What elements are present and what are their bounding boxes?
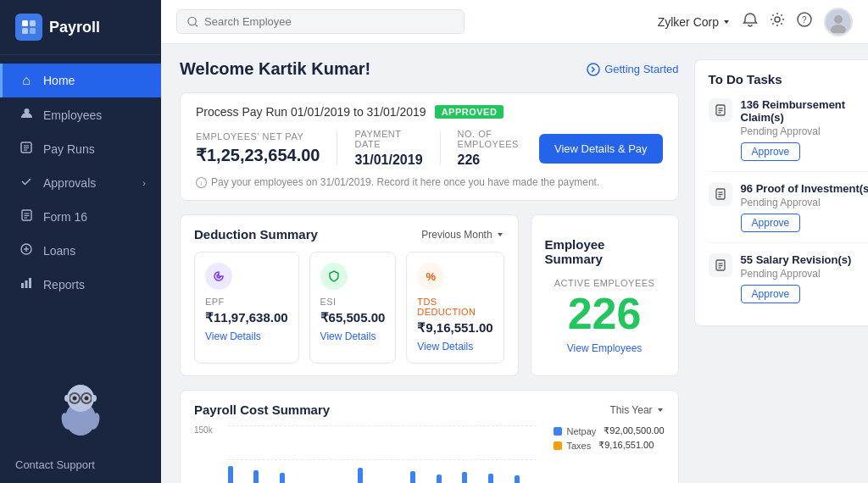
view-employees-link[interactable]: View Employees [567,342,643,354]
avatar[interactable] [824,8,853,36]
investment-icon [709,182,732,206]
deduction-item-tds: % TDS DEDUCTION ₹9,16,551.00 View Detail… [406,252,504,364]
reports-icon [18,277,35,292]
deduction-item-epf: EPF ₹11,97,638.00 View Details [194,252,299,364]
chart-gridline-mid [228,459,537,460]
tds-view-details[interactable]: View Details [417,341,492,353]
epf-name: EPF [205,297,288,307]
approve-salary-button[interactable]: Approve [741,285,801,303]
bar-group-9 [462,472,485,483]
company-selector[interactable]: Zylker Corp [658,15,731,29]
esi-name: ESI [320,297,386,307]
welcome-row: Welcome Kartik Kumar! Getting Started [180,59,679,79]
this-year-chevron-icon [656,406,665,414]
payruns-icon [18,142,35,157]
getting-started-link[interactable]: Getting Started [587,63,678,76]
bar-group-5 [358,468,381,483]
chart-y-labels: 150k 100k [194,425,220,483]
chart-legend: Netpay ₹92,00,500.00 Taxes ₹9,16,551.00 [554,425,664,451]
todo-title: To Do Tasks [709,72,868,86]
employees-icon [18,107,35,123]
bar-netpay-9 [462,472,467,483]
svg-point-36 [834,15,843,24]
svg-rect-17 [25,280,28,288]
search-box[interactable] [176,9,465,34]
deduction-item-esi: ESI ₹65,505.00 View Details [309,252,397,364]
sidebar-item-home[interactable]: ⌂ Home [0,64,161,97]
sidebar-logo: Payroll [0,0,161,55]
search-input[interactable] [204,15,453,28]
form16-icon [18,209,35,225]
active-employees-count: 226 [568,291,642,336]
legend-taxes: Taxes ₹9,16,551.00 [554,440,664,451]
sidebar-item-payruns-label: Pay Runs [43,142,95,156]
getting-started-icon [587,63,600,76]
payrun-badge: APPROVED [435,105,504,119]
epf-view-details[interactable]: View Details [205,330,288,342]
payrun-note: i Pay your employees on 31/01/2019. Reco… [196,176,663,188]
esi-view-details[interactable]: View Details [320,330,386,342]
employee-summary-title: Employee Summary [545,237,665,266]
legend-netpay-value: ₹92,00,500.00 [604,425,664,436]
prev-month-chevron-icon [496,230,504,239]
payrun-divider-2 [440,131,441,165]
deduction-title: Deduction Summary [194,227,318,242]
notification-icon[interactable] [743,12,758,31]
help-icon[interactable]: ? [797,12,812,31]
svg-rect-2 [22,28,28,34]
payrun-net-pay-col: EMPLOYEES' NET PAY ₹1,25,23,654.00 [196,131,320,165]
employee-summary-card: Employee Summary ACTIVE EMPLOYEES 226 Vi… [531,214,679,376]
svg-rect-1 [30,20,36,26]
payrun-employees-value: 226 [458,153,519,168]
payrun-employees-col: NO. OF EMPLOYEES 226 [458,129,519,168]
bar-group-8 [437,475,459,484]
bar-group-10 [488,474,511,484]
payrun-header: Process Pay Run 01/01/2019 to 31/01/2019… [196,105,663,119]
sidebar-item-reports[interactable]: Reports [0,268,161,302]
sidebar-item-loans[interactable]: Loans [0,234,161,268]
todo-text-reimbursement: 136 Reimbursement Claim(s) Pending Appro… [741,98,868,161]
info-icon: i [196,177,207,188]
svg-point-24 [64,395,70,402]
legend-netpay-label: Netpay [566,426,596,436]
payrun-details: EMPLOYEES' NET PAY ₹1,25,23,654.00 PAYME… [196,129,663,168]
sidebar-item-payruns[interactable]: Pay Runs [0,132,161,166]
epf-amount: ₹11,97,638.00 [205,310,288,325]
sidebar-item-approvals-label: Approvals [43,176,96,190]
sidebar-item-employees[interactable]: Employees [0,97,161,132]
approve-reimbursement-button[interactable]: Approve [741,142,801,161]
bar-netpay-8 [437,475,442,484]
payrun-employees-label: NO. OF EMPLOYEES [458,129,519,149]
sidebar-item-approvals[interactable]: Approvals › [0,166,161,200]
this-year-selector[interactable]: This Year [610,404,665,416]
bar-netpay-5 [358,468,363,483]
todo-row-reimbursement: 136 Reimbursement Claim(s) Pending Appro… [709,98,868,161]
todo-item-salary: 55 Salary Revision(s) Pending Approval A… [709,253,868,314]
loans-icon [18,243,35,258]
chart-y-label-150k: 150k [194,425,213,435]
svg-marker-32 [724,20,729,24]
bar-netpay-11 [515,475,520,484]
todo-item-investment: 96 Proof of Investment(s) Pending Approv… [709,182,868,243]
contact-support[interactable]: Contact Support [0,447,161,483]
legend-netpay: Netpay ₹92,00,500.00 [554,425,664,436]
mascot [0,375,161,447]
sidebar: Payroll ⌂ Home Employees Pay Runs Approv… [0,0,161,483]
payrun-card: Process Pay Run 01/01/2019 to 31/01/2019… [180,92,679,201]
welcome-text: Welcome Kartik Kumar! [180,59,370,79]
todo-row-salary: 55 Salary Revision(s) Pending Approval A… [709,253,868,303]
content-main: Welcome Kartik Kumar! Getting Started Pr… [180,59,679,468]
settings-icon[interactable] [770,12,785,31]
approve-investment-button[interactable]: Approve [741,214,801,232]
todo-row-investment: 96 Proof of Investment(s) Pending Approv… [709,182,868,232]
bar-group-2 [280,473,303,483]
epf-icon [205,263,232,290]
view-details-pay-button[interactable]: View Details & Pay [539,134,663,164]
sidebar-item-form16[interactable]: Form 16 [0,200,161,234]
prev-month-selector[interactable]: Previous Month [421,229,504,241]
deduction-items: EPF ₹11,97,638.00 View Details ESI ₹65,5… [194,252,504,364]
todo-item-reimbursement: 136 Reimbursement Claim(s) Pending Appro… [709,98,868,172]
todo-item-salary-title: 55 Salary Revision(s) [741,253,868,266]
payrun-title: Process Pay Run 01/01/2019 to 31/01/2019 [196,105,426,119]
tds-name: TDS DEDUCTION [417,297,492,317]
